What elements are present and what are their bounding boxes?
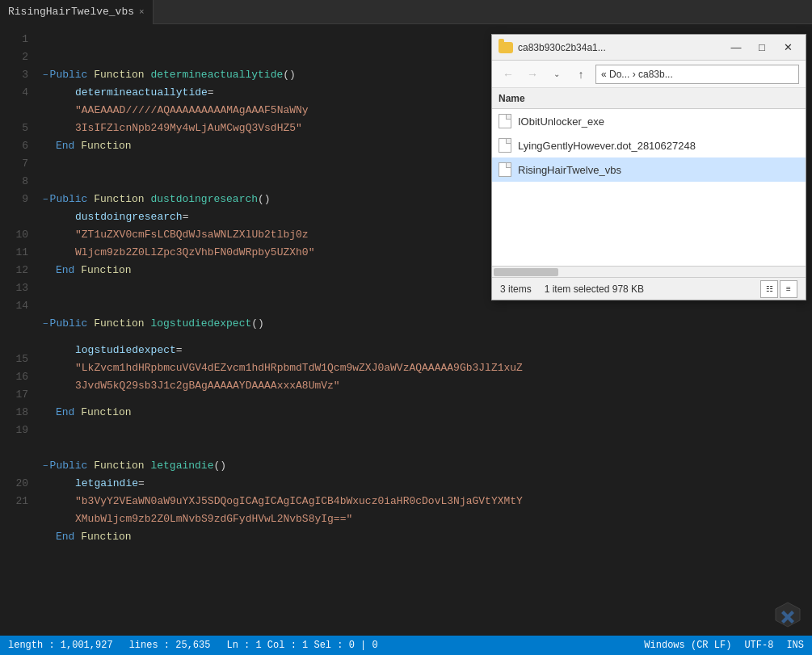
variable-name: determineactuallytide [75,86,208,99]
name-column-header: Name [499,93,525,104]
keyword-function: Function [94,191,150,208]
malwarebytes-icon [772,598,804,631]
string-value: 3JvdW5kQ29sb3J1c2gBAgAAAAAYDAAAAxxxA8UmV… [75,380,340,392]
keyword-function: Function [81,137,131,155]
code-line: End Function [36,528,812,546]
file-item[interactable]: IObitUnlocker_exe [492,109,806,133]
close-button[interactable]: ✕ [776,40,799,56]
column-header: Name [492,88,806,109]
keyword-public: Public [50,191,95,208]
address-text: « Do... › ca83b... [601,69,673,80]
keyword-function: Function [94,66,150,84]
function-name: dustdoingresearch [150,191,258,208]
code-line [36,546,812,564]
line-numbers: 1234 56789 1011121314 1516171819 2021 [0,24,36,636]
minimize-button[interactable]: — [725,40,747,56]
up-button[interactable]: ↑ [571,65,591,84]
fold-button[interactable]: − [43,457,48,475]
keyword-end: End [56,404,81,422]
explorer-titlebar: ca83b930c2b34a1... — □ ✕ [492,35,806,61]
forward-button[interactable]: → [523,65,542,84]
file-icon [499,138,511,153]
explorer-toolbar: ← → ⌄ ↑ « Do... › ca83b... [492,61,806,88]
keyword-end: End [56,262,81,279]
keyword-function: Function [81,262,131,279]
function-name: logstudiedexpect [150,315,251,333]
file-name: LyingGentlyHowever.dot_2810627248 [518,140,696,152]
code-line: logstudiedexpect= "LkZvcm1hdHRpbmcuVGV4d… [36,333,812,404]
window-controls: — □ ✕ [725,40,799,56]
code-line: − Public Function logstudiedexpect () [36,315,812,333]
keyword-end: End [56,528,81,546]
variable-name: letgaindie [75,477,138,489]
horizontal-scrollbar[interactable] [492,266,806,277]
variable-name: dustdoingresearch [75,211,183,223]
status-lines: lines : 25,635 [129,640,211,651]
code-line: End Function [36,404,812,422]
fold-button[interactable]: − [43,315,48,333]
maximize-button[interactable]: □ [751,40,773,56]
function-name: letgaindie [150,457,213,475]
keyword-public: Public [50,457,95,475]
status-encoding: UTF-8 [744,640,773,651]
status-line-ending: Windows (CR LF) [644,640,731,651]
code-punctuation: () [283,66,296,84]
code-punctuation: () [258,191,271,208]
string-value: "b3VyY2VEaWN0aW9uYXJ5SDQogICAgICAgICAgIC… [75,495,523,507]
fold-button[interactable]: − [43,191,48,208]
editor-tab[interactable]: RisingHairTwelve_vbs × [0,0,154,24]
file-item[interactable]: LyingGentlyHowever.dot_2810627248 [492,133,806,157]
file-icon [499,162,511,177]
variable-name: logstudiedexpect [75,344,176,356]
keyword-end: End [56,137,81,155]
keyword-public: Public [50,315,95,333]
file-item-selected[interactable]: RisingHairTwelve_vbs [492,157,806,182]
explorer-folder-icon [499,42,513,53]
code-punctuation: () [251,315,264,333]
code-line [36,422,812,439]
fold-button[interactable]: − [43,66,48,84]
address-bar[interactable]: « Do... › ca83b... [595,65,799,84]
code-line: − Public Function letgaindie () [36,457,812,475]
code-line: letgaindie= "b3VyY2VEaWN0aW9uYXJ5SDQogIC… [36,475,812,528]
selected-info: 1 item selected 978 KB [545,283,644,295]
file-name: RisingHairTwelve_vbs [518,164,621,176]
string-value: Wljcm9zb2Z0LlZpc3QzVhbFN0dWRpby5UZXh0" [75,246,314,258]
explorer-statusbar: 3 items 1 item selected 978 KB ☷ ≡ [492,277,806,300]
string-value: "LkZvcm1hdHRpbmcuVGV4dEZvcm1hdHRpbmdTdW1… [75,362,523,374]
list-view-button[interactable]: ≡ [780,280,797,298]
scrollbar-thumb[interactable] [494,268,558,276]
recent-button[interactable]: ⌄ [547,65,566,84]
view-buttons: ☷ ≡ [760,280,797,298]
back-button[interactable]: ← [499,65,518,84]
keyword-function: Function [81,404,131,422]
code-punctuation: () [213,457,226,475]
explorer-window: ca83b930c2b34a1... — □ ✕ ← → ⌄ ↑ « Do...… [491,34,806,300]
tab-label: RisingHairTwelve_vbs [8,6,134,18]
keyword-function: Function [94,457,150,475]
keyword-public: Public [50,66,95,84]
explorer-title: ca83b930c2b34a1... [518,42,720,53]
details-view-button[interactable]: ☷ [760,280,778,298]
tab-bar: RisingHairTwelve_vbs × [0,0,812,24]
file-icon [499,114,511,128]
status-length: length : 1,001,927 [8,640,113,651]
file-list[interactable]: IObitUnlocker_exe LyingGentlyHowever.dot… [492,109,806,266]
function-name: determineactuallytide [150,66,283,84]
code-line [36,439,812,457]
status-position: Ln : 1 Col : 1 Sel : 0 | 0 [226,640,377,651]
tab-close-button[interactable]: × [139,7,145,17]
keyword-function: Function [81,528,131,546]
item-count: 3 items [500,283,532,295]
string-value: XMubWljcm9zb2Z0LmNvbS9zdGFydHVwL2NvbS8yI… [75,513,352,525]
string-value: "ZT1uZXV0cmFsLCBQdWJsaWNLZXlUb2tlbj0z [75,229,309,241]
keyword-function: Function [94,315,150,333]
string-value: "AAEAAAD/////AQAAAAAAAAAMAgAAAF5NaWNy [75,104,309,116]
string-value: 3IsIFZlcnNpb249My4wLjAuMCwgQ3VsdHZ5" [75,122,302,134]
file-name: IObitUnlocker_exe [518,115,604,128]
status-mode: INS [786,640,804,651]
status-bar: length : 1,001,927 lines : 25,635 Ln : 1… [0,636,812,655]
